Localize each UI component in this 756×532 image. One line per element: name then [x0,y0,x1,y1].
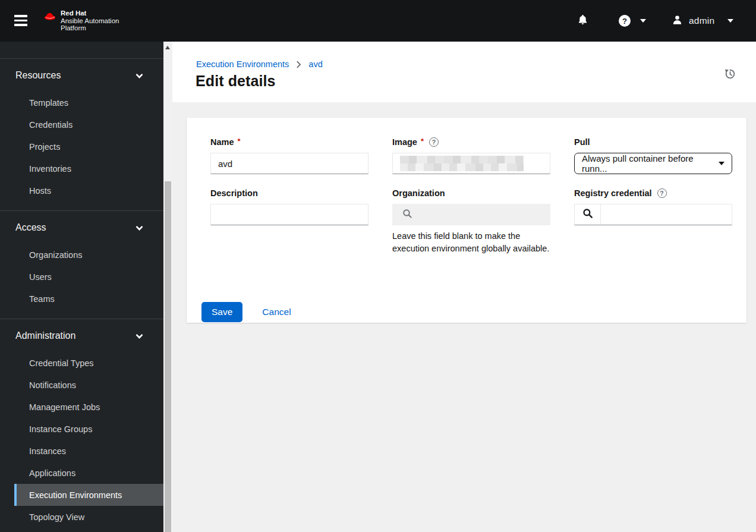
search-icon [582,208,593,221]
sidebar-item-label: Instance Groups [29,424,92,434]
sidebar-scrollbar-track[interactable] [163,42,172,532]
sidebar-item-applications[interactable]: Applications [14,462,163,484]
sidebar-item-execution-environments[interactable]: Execution Environments [14,484,163,506]
sidebar-item-notifications[interactable]: Notifications [14,374,163,396]
image-help-icon[interactable]: ? [429,137,439,147]
sidebar-item-label: Management Jobs [29,402,100,412]
form-actions: Save Cancel [201,302,746,322]
redhat-fedora-icon [43,11,56,24]
sidebar-item-management-jobs[interactable]: Management Jobs [14,396,163,418]
required-asterisk: * [421,137,424,146]
organization-lookup-disabled [392,204,550,225]
nav-group-resources[interactable]: Resources [0,59,163,92]
field-label-text: Description [210,188,258,198]
pull-selected-option: Always pull container before runn... [582,153,714,174]
breadcrumb: Execution Environments avd [196,59,323,69]
description-label: Description [210,187,368,200]
chevron-down-icon [640,19,646,23]
image-label: Image * ? [392,136,550,149]
sidebar-scrollbar-thumb[interactable] [165,181,171,532]
description-field-group: Description [210,187,368,255]
sidebar-item-instances[interactable]: Instances [14,440,163,462]
chevron-down-icon [727,19,733,23]
nav-group-label: Resources [15,70,61,81]
nav-toggle-button[interactable] [14,15,27,26]
pull-select[interactable]: Always pull container before runn... [574,153,732,174]
notifications-button[interactable] [577,0,588,42]
sidebar-item-templates[interactable]: Templates [14,92,163,114]
required-asterisk: * [238,137,241,146]
page-header: Execution Environments avd Edit details [172,42,756,102]
sidebar-item-teams[interactable]: Teams [14,288,163,310]
name-label: Name * [210,136,368,149]
sidebar-item-label: Inventories [29,164,71,174]
field-label-text: Image [392,137,417,147]
registry-credential-field-group: Registry credential ? [574,187,732,255]
sidebar-item-organizations[interactable]: Organizations [14,244,163,266]
caret-down-icon [719,162,724,165]
sidebar-nav: Resources Templates Credentials Projects… [0,42,163,532]
image-field-group: Image * ? [392,136,550,174]
user-menu-button[interactable]: admin [672,0,733,42]
image-input[interactable] [392,153,550,174]
description-input[interactable] [210,204,368,225]
sidebar-item-hosts[interactable]: Hosts [14,180,163,202]
sidebar-item-projects[interactable]: Projects [14,136,163,158]
registry-credential-search-button[interactable] [574,204,601,225]
sidebar-item-label: Notifications [29,380,76,390]
breadcrumb-link-avd[interactable]: avd [308,59,322,69]
chevron-down-icon [136,222,143,233]
content-body: Name * Image * ? [172,102,756,532]
name-input[interactable] [210,153,368,174]
field-label-text: Name [210,137,234,147]
sidebar-item-instance-groups[interactable]: Instance Groups [14,418,163,440]
history-icon[interactable] [724,68,736,83]
help-menu-button[interactable]: ? [619,0,646,42]
nav-group-label: Access [15,222,46,233]
username-label: admin [689,15,714,26]
breadcrumb-link-execution-environments[interactable]: Execution Environments [196,59,289,69]
sidebar-item-label: Instances [29,446,66,456]
cancel-button[interactable]: Cancel [262,307,291,317]
redacted-value [400,156,524,171]
sidebar-item-label: Credential Types [29,358,94,368]
sidebar-item-credentials[interactable]: Credentials [14,114,163,136]
user-icon [672,14,683,28]
masthead: Red Hat Ansible Automation Platform ? ad… [0,0,756,42]
sidebar-item-label: Hosts [29,186,51,196]
scrollbar-up-arrow[interactable] [165,46,170,49]
brand-line-3: Platform [61,24,119,32]
organization-field-group: Organization Leave this field blank to m… [392,187,550,255]
nav-group-administration[interactable]: Administration [0,319,163,352]
sidebar-item-label: Organizations [29,250,82,260]
sidebar-item-label: Users [29,272,52,282]
field-label-text: Registry credential [574,188,652,198]
sidebar-item-label: Applications [29,468,75,478]
organization-helper-text: Leave this field blank to make the execu… [392,230,550,255]
save-button[interactable]: Save [201,302,242,322]
sidebar-item-label: Templates [29,98,68,108]
sidebar-item-topology-view[interactable]: Topology View [14,506,163,528]
chevron-down-icon [136,330,143,341]
sidebar-item-label: Projects [29,142,60,152]
nav-group-access[interactable]: Access [0,211,163,244]
registry-credential-input[interactable] [601,204,732,225]
sidebar-item-label: Execution Environments [29,490,122,500]
chevron-down-icon [136,70,143,81]
sidebar-item-users[interactable]: Users [14,266,163,288]
sidebar-item-credential-types[interactable]: Credential Types [14,352,163,374]
sidebar-item-label: Teams [29,294,55,304]
pull-field-group: Pull Always pull container before runn..… [574,136,732,174]
registry-credential-help-icon[interactable]: ? [657,188,667,198]
main-content: Execution Environments avd Edit details … [172,42,756,532]
brand-line-2: Ansible Automation [61,17,119,25]
registry-credential-label: Registry credential ? [574,187,732,200]
bell-icon [577,14,588,28]
field-label-text: Pull [574,137,590,147]
pull-label: Pull [574,136,732,149]
sidebar-item-label: Credentials [29,120,73,130]
sidebar-item-inventories[interactable]: Inventories [14,158,163,180]
registry-credential-lookup [574,204,732,225]
name-field-group: Name * [210,136,368,174]
brand-logo: Red Hat Ansible Automation Platform [43,10,119,32]
